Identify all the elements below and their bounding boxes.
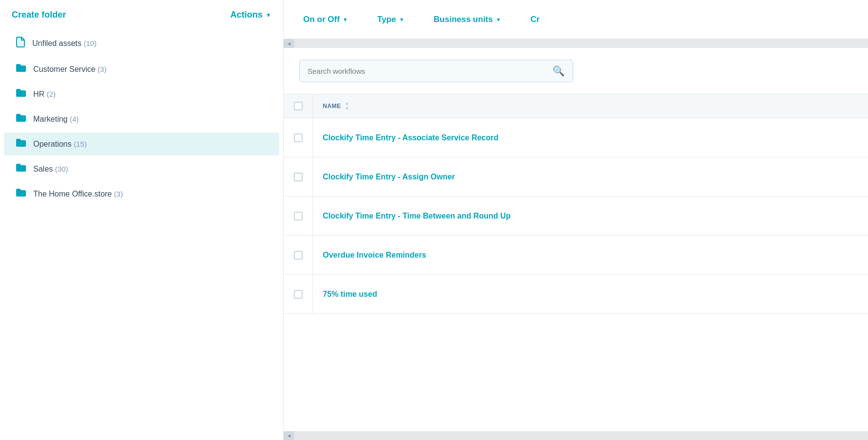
row-checkbox-3[interactable] <box>294 212 303 220</box>
sidebar-item-count: (2) <box>47 90 56 98</box>
folder-icon <box>16 138 26 150</box>
row-checkbox-5[interactable] <box>294 290 303 299</box>
sidebar: Create folder Actions ▼ Unfiled assets (… <box>0 0 284 440</box>
type-arrow: ▼ <box>399 17 404 22</box>
workflows-table: NAME ▲ ▼ Clockify Time Entry - Associate… <box>284 94 868 431</box>
folder-icon <box>16 88 26 100</box>
scroll-bottom-left-button[interactable]: ◄ <box>284 431 294 440</box>
actions-button[interactable]: Actions ▼ <box>230 10 271 20</box>
row-checkbox-4[interactable] <box>294 251 303 260</box>
search-box: 🔍 <box>299 60 573 82</box>
cr-label: Cr <box>531 15 540 24</box>
search-icon[interactable]: 🔍 <box>553 65 565 77</box>
row-checkbox-cell <box>284 157 313 196</box>
create-folder-button[interactable]: Create folder <box>12 10 66 20</box>
sidebar-item-sales[interactable]: Sales (30) <box>4 157 279 180</box>
top-scrollbar: ◄ <box>284 39 868 48</box>
sidebar-item-count: (4) <box>70 115 79 123</box>
table-row: Clockify Time Entry - Time Between and R… <box>284 197 868 236</box>
folder-icon <box>16 113 26 125</box>
sidebar-item-label: HR (2) <box>33 90 56 99</box>
search-area: 🔍 <box>284 48 868 82</box>
row-checkbox-1[interactable] <box>294 133 303 142</box>
row-checkbox-cell <box>284 118 313 157</box>
row-name-3[interactable]: Clockify Time Entry - Time Between and R… <box>313 212 868 220</box>
type-label: Type <box>378 15 396 24</box>
sidebar-item-count: (10) <box>84 39 97 47</box>
table-row: 75% time used <box>284 275 868 314</box>
table-row: Clockify Time Entry - Associate Service … <box>284 118 868 157</box>
header-checkbox-cell <box>284 94 313 118</box>
sidebar-item-count: (15) <box>74 140 87 148</box>
folder-icon <box>16 163 26 175</box>
sidebar-item-unfiled[interactable]: Unfiled assets (10) <box>4 31 279 56</box>
folder-icon <box>16 64 26 75</box>
sidebar-item-count: (3) <box>98 65 107 73</box>
row-name-1[interactable]: Clockify Time Entry - Associate Service … <box>313 133 868 142</box>
sidebar-item-label: Customer Service (3) <box>33 65 107 74</box>
sidebar-header: Create folder Actions ▼ <box>0 10 283 30</box>
sidebar-item-count: (30) <box>55 165 68 173</box>
row-name-5[interactable]: 75% time used <box>313 290 868 299</box>
on-or-off-arrow: ▼ <box>343 17 348 22</box>
sidebar-item-label: Sales (30) <box>33 165 68 174</box>
select-all-checkbox[interactable] <box>294 102 303 110</box>
actions-label: Actions <box>230 10 263 20</box>
filter-bar: On or Off ▼ Type ▼ Business units ▼ Cr <box>284 0 868 39</box>
type-filter[interactable]: Type ▼ <box>378 15 404 24</box>
cr-filter[interactable]: Cr <box>531 15 540 24</box>
row-checkbox-cell <box>284 197 313 235</box>
business-units-label: Business units <box>434 15 493 24</box>
sort-arrows[interactable]: ▲ ▼ <box>345 101 349 111</box>
business-units-filter[interactable]: Business units ▼ <box>434 15 501 24</box>
sidebar-item-customer-service[interactable]: Customer Service (3) <box>4 58 279 81</box>
on-or-off-label: On or Off <box>303 15 340 24</box>
sidebar-item-label: Marketing (4) <box>33 115 79 124</box>
scroll-left-button[interactable]: ◄ <box>284 39 294 48</box>
sidebar-item-operations[interactable]: Operations (15) <box>4 132 279 155</box>
sidebar-item-label: The Home Office.store (3) <box>33 190 123 198</box>
row-checkbox-cell <box>284 275 313 313</box>
search-input[interactable] <box>308 67 548 75</box>
table-row: Clockify Time Entry - Assign Owner <box>284 157 868 197</box>
folder-icon <box>16 188 26 199</box>
sidebar-item-count: (3) <box>114 190 123 198</box>
row-checkbox-cell <box>284 236 313 274</box>
sidebar-item-label: Unfiled assets (10) <box>32 39 97 48</box>
sidebar-item-label: Operations (15) <box>33 140 87 149</box>
file-icon <box>16 37 25 50</box>
name-column-label: NAME <box>323 103 341 110</box>
actions-dropdown-arrow: ▼ <box>266 12 271 19</box>
table-body: Clockify Time Entry - Associate Service … <box>284 118 868 314</box>
sidebar-item-home-office[interactable]: The Home Office.store (3) <box>4 182 279 205</box>
row-name-4[interactable]: Overdue Invoice Reminders <box>313 251 868 260</box>
on-or-off-filter[interactable]: On or Off ▼ <box>303 15 348 24</box>
sidebar-item-marketing[interactable]: Marketing (4) <box>4 108 279 131</box>
bottom-scrollbar-track[interactable] <box>294 431 868 440</box>
sidebar-nav: Unfiled assets (10) Customer Service (3)… <box>0 30 283 206</box>
name-column-header: NAME ▲ ▼ <box>313 101 868 111</box>
row-checkbox-2[interactable] <box>294 173 303 181</box>
main-content: On or Off ▼ Type ▼ Business units ▼ Cr ◄ <box>284 0 868 440</box>
bottom-scrollbar: ◄ <box>284 431 868 440</box>
table-row: Overdue Invoice Reminders <box>284 236 868 275</box>
table-header: NAME ▲ ▼ <box>284 94 868 118</box>
business-units-arrow: ▼ <box>496 17 501 22</box>
sidebar-item-hr[interactable]: HR (2) <box>4 83 279 106</box>
scrollbar-track[interactable] <box>294 39 868 48</box>
row-name-2[interactable]: Clockify Time Entry - Assign Owner <box>313 173 868 181</box>
